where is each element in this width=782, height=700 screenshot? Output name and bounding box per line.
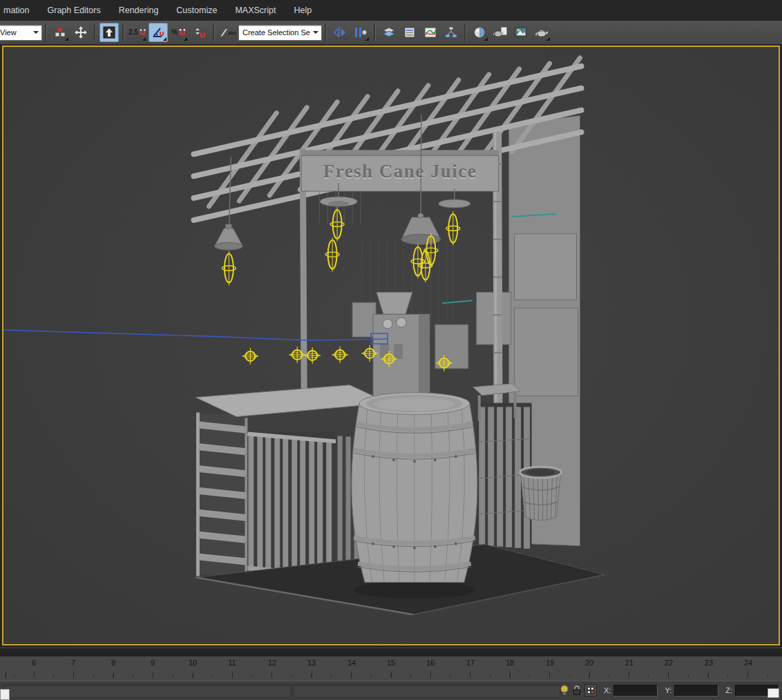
frame-label: 6 xyxy=(26,659,41,667)
magnet-icon xyxy=(139,28,146,37)
rendered-frame-icon xyxy=(514,26,528,39)
material-sphere-icon xyxy=(473,26,486,39)
menu-item-maxscript[interactable]: MAXScript xyxy=(226,0,285,21)
menu-item-help[interactable]: Help xyxy=(285,0,321,21)
render-setup-icon xyxy=(493,26,508,39)
frame-label: 14 xyxy=(344,659,359,667)
pencil-icon xyxy=(219,27,228,38)
time-ruler[interactable]: 6 7 8 9 10 11 12 13 14 15 16 17 18 19 20… xyxy=(0,656,782,681)
frame-label: 17 xyxy=(463,659,478,667)
frame-label: 12 xyxy=(265,659,280,667)
frame-label: 9 xyxy=(145,659,160,667)
x-label: X: xyxy=(604,686,611,694)
edit-named-selection-sets-button[interactable]: abc xyxy=(218,23,238,42)
y-coordinate-input[interactable] xyxy=(674,685,718,697)
toolbar-separator xyxy=(325,23,327,41)
frame-label: 13 xyxy=(304,659,319,667)
percent-snap-button[interactable]: % xyxy=(169,23,189,42)
basket xyxy=(520,467,562,521)
toolbar-separator xyxy=(374,23,376,41)
z-label: Z: xyxy=(725,686,732,694)
chevron-down-icon xyxy=(313,31,318,37)
move-crosshair-icon xyxy=(74,26,88,39)
spinner-snap-icon xyxy=(193,26,207,39)
toolbar-separator xyxy=(94,23,96,41)
sign-text: Fresh Cane Juice xyxy=(323,161,477,182)
sign-board: Fresh Cane Juice Fresh Cane Juice xyxy=(301,150,498,191)
curve-editor-icon xyxy=(423,26,437,39)
toolbar-separator xyxy=(464,23,466,41)
toolbar-separator xyxy=(213,23,215,41)
angle-snap-icon xyxy=(151,26,165,39)
snap-mode-label: 2.5 xyxy=(128,29,138,36)
snaps-toggle-button[interactable]: 2.5 xyxy=(128,23,147,42)
main-toolbar: View 2.5 xyxy=(0,21,782,45)
scene-explorer-icon xyxy=(403,26,417,39)
named-selection-sets-dropdown[interactable]: Create Selection Se xyxy=(238,25,322,41)
app-window: mation Graph Editors Rendering Customize… xyxy=(0,0,782,700)
reference-coordinate-value: View xyxy=(0,28,17,37)
absolute-mode-toggle-button[interactable] xyxy=(584,684,597,697)
mirror-button[interactable] xyxy=(330,23,350,42)
keyboard-override-button[interactable] xyxy=(99,23,119,42)
selection-lock-icon[interactable] xyxy=(572,685,582,696)
x-coordinate-input[interactable] xyxy=(613,685,658,697)
barrel xyxy=(352,393,477,599)
frame-label: 21 xyxy=(622,659,637,667)
frame-label: 18 xyxy=(502,659,517,667)
menu-item-rendering[interactable]: Rendering xyxy=(110,0,168,21)
use-center-button[interactable] xyxy=(50,23,70,42)
frame-label: 20 xyxy=(582,659,597,667)
teapot-icon xyxy=(534,26,549,39)
curve-editor-button[interactable] xyxy=(421,23,440,42)
perspective-viewport[interactable]: Fresh Cane Juice Fresh Cane Juice xyxy=(2,46,780,645)
prompt-panel xyxy=(3,684,292,698)
percent-label: % xyxy=(171,29,178,36)
material-editor-button[interactable] xyxy=(470,23,489,42)
key-light-icon[interactable] xyxy=(560,685,569,696)
menu-item-graph-editors[interactable]: Graph Editors xyxy=(39,0,110,21)
chevron-down-icon xyxy=(33,31,39,37)
align-button[interactable] xyxy=(351,23,370,42)
reference-coordinate-dropdown[interactable]: View xyxy=(0,25,42,41)
menu-item-customize[interactable]: Customize xyxy=(167,0,226,21)
ruler-ticks xyxy=(0,672,782,678)
render-setup-button[interactable] xyxy=(490,23,510,42)
viewport-area: Fresh Cane Juice Fresh Cane Juice xyxy=(0,44,782,648)
status-bar: X: Y: Z: xyxy=(0,681,782,700)
toolbar-separator xyxy=(122,23,124,41)
menu-item-animation[interactable]: mation xyxy=(0,0,39,21)
frame-label: 23 xyxy=(701,659,716,667)
transform-typein-grid-icon xyxy=(586,686,595,695)
frame-label: 10 xyxy=(185,659,200,667)
keyboard-override-icon xyxy=(102,26,116,39)
window-resize-grip[interactable] xyxy=(767,688,779,698)
toolbar-separator xyxy=(45,23,47,41)
select-and-manipulate-button[interactable] xyxy=(71,23,90,42)
frame-label: 11 xyxy=(225,659,240,667)
frame-label: 7 xyxy=(66,659,81,667)
angle-snap-button[interactable] xyxy=(149,23,168,42)
rendered-frame-window-button[interactable] xyxy=(511,23,531,42)
layers-icon xyxy=(382,26,396,39)
spinner-snap-button[interactable] xyxy=(190,23,209,42)
frame-label: 16 xyxy=(423,659,438,667)
frame-label: 22 xyxy=(661,659,676,667)
status-panel xyxy=(293,684,561,698)
schematic-view-icon xyxy=(444,26,458,39)
viewport-canvas[interactable]: Fresh Cane Juice Fresh Cane Juice xyxy=(3,47,779,644)
track-bar[interactable] xyxy=(0,648,782,656)
layer-manager-button[interactable] xyxy=(379,23,399,42)
abc-label: abc xyxy=(228,30,236,35)
frame-label: 24 xyxy=(741,659,756,667)
y-label: Y: xyxy=(665,686,671,694)
mirror-icon xyxy=(333,26,347,39)
maxscript-mini-listener[interactable] xyxy=(0,689,10,700)
schematic-view-button[interactable] xyxy=(441,23,461,42)
scene-explorer-button[interactable] xyxy=(400,23,419,42)
magnet-icon xyxy=(178,28,187,37)
render-production-button[interactable] xyxy=(532,23,551,42)
named-selection-set-value: Create Selection Se xyxy=(242,28,310,37)
use-center-icon xyxy=(53,26,67,39)
frame-label: 15 xyxy=(383,659,399,667)
